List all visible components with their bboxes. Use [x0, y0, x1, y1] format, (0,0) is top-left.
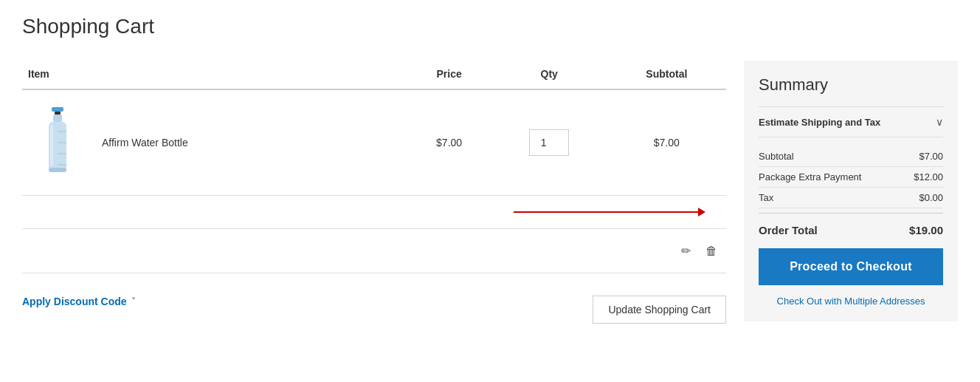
- order-total-line: Order Total $19.00: [759, 213, 943, 248]
- estimate-shipping-label: Estimate Shipping and Tax: [759, 117, 880, 128]
- col-header-price: Price: [407, 61, 491, 89]
- discount-section[interactable]: Apply Discount Code ˅: [22, 296, 136, 307]
- svg-rect-2: [53, 115, 62, 122]
- arrow-head: [698, 208, 705, 216]
- order-total-label: Order Total: [759, 224, 818, 236]
- proceed-to-checkout-button[interactable]: Proceed to Checkout: [759, 248, 943, 285]
- svg-rect-9: [49, 168, 66, 172]
- svg-rect-4: [50, 125, 53, 166]
- estimate-shipping-row[interactable]: Estimate Shipping and Tax ∨: [759, 106, 943, 137]
- edit-button[interactable]: ✏: [678, 241, 694, 261]
- cart-footer: Apply Discount Code ˅ Update Shopping Ca…: [22, 288, 726, 324]
- cart-layout: Item Price Qty Subtotal: [22, 61, 958, 324]
- arrow-line: [514, 211, 698, 213]
- svg-rect-0: [52, 107, 63, 112]
- multi-address-link[interactable]: Check Out with Multiple Addresses: [759, 296, 943, 307]
- item-name: Affirm Water Bottle: [102, 137, 188, 149]
- update-cart-button[interactable]: Update Shopping Cart: [593, 296, 726, 324]
- cart-summary: Summary Estimate Shipping and Tax ∨ Subt…: [744, 61, 958, 321]
- actions-row: ✏ 🗑: [22, 229, 726, 273]
- tax-label: Tax: [759, 192, 773, 203]
- col-header-subtotal: Subtotal: [607, 61, 726, 89]
- subtotal-line: Subtotal $7.00: [759, 146, 943, 167]
- item-image: [28, 102, 87, 183]
- item-price: $7.00: [407, 89, 491, 196]
- chevron-down-icon: ∨: [936, 116, 943, 128]
- chevron-down-icon: ˅: [131, 296, 136, 307]
- tax-line: Tax $0.00: [759, 188, 943, 208]
- order-total-value: $19.00: [909, 224, 943, 236]
- arrow-row: [22, 196, 726, 229]
- item-qty-cell: [491, 89, 607, 196]
- arrow-cell: [22, 196, 726, 229]
- package-extra-line: Package Extra Payment $12.00: [759, 167, 943, 188]
- tax-value: $0.00: [919, 192, 943, 203]
- arrow-container: [28, 208, 720, 216]
- subtotal-label: Subtotal: [759, 151, 794, 162]
- actions-cell: ✏ 🗑: [22, 229, 726, 273]
- item-subtotal: $7.00: [607, 89, 726, 196]
- summary-title: Summary: [759, 75, 943, 95]
- discount-label: Apply Discount Code: [22, 296, 127, 307]
- col-header-item: Item: [22, 61, 407, 89]
- table-row: Affirm Water Bottle $7.00 $7.00: [22, 89, 726, 196]
- cart-table: Item Price Qty Subtotal: [22, 61, 726, 273]
- col-header-qty: Qty: [491, 61, 607, 89]
- delete-button[interactable]: 🗑: [703, 242, 720, 261]
- subtotal-value: $7.00: [919, 151, 943, 162]
- table-header-row: Item Price Qty Subtotal: [22, 61, 726, 89]
- page-title: Shopping Cart: [22, 15, 958, 38]
- package-extra-value: $12.00: [914, 171, 943, 183]
- red-arrow-indicator: [514, 208, 705, 216]
- svg-rect-1: [55, 112, 61, 115]
- qty-input[interactable]: [529, 129, 569, 156]
- water-bottle-svg: [35, 106, 80, 180]
- cart-main: Item Price Qty Subtotal: [22, 61, 726, 324]
- item-cell: Affirm Water Bottle: [22, 89, 407, 196]
- page-wrapper: Shopping Cart Item Price Qty Subtotal: [0, 0, 980, 353]
- package-extra-label: Package Extra Payment: [759, 171, 861, 183]
- item-cell-inner: Affirm Water Bottle: [28, 102, 401, 183]
- item-actions: ✏ 🗑: [28, 241, 720, 261]
